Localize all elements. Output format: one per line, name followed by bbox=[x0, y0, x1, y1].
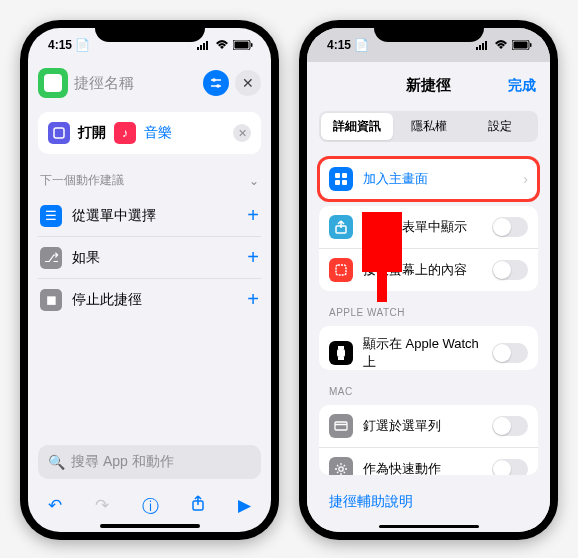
toggle-share-sheet[interactable] bbox=[492, 217, 528, 237]
svg-rect-3 bbox=[206, 41, 208, 50]
toggle-watch[interactable] bbox=[492, 343, 528, 363]
suggestions-header: 下一個動作建議 bbox=[40, 172, 124, 189]
svg-rect-11 bbox=[54, 128, 64, 138]
battery-icon bbox=[512, 40, 532, 50]
svg-rect-1 bbox=[200, 45, 202, 50]
row-label: 加入主畫面 bbox=[363, 170, 428, 188]
svg-rect-21 bbox=[342, 173, 347, 178]
info-icon[interactable]: ⓘ bbox=[142, 495, 159, 518]
undo-icon[interactable]: ↶ bbox=[48, 495, 62, 518]
suggestion-label: 停止此捷徑 bbox=[72, 291, 142, 309]
row-label: 作為快速動作 bbox=[363, 460, 441, 475]
wifi-icon bbox=[494, 40, 508, 50]
add-icon[interactable]: + bbox=[247, 246, 259, 269]
editor-body: 打開 ♪ 音樂 ✕ 下一個動作建議 ⌄ ☰ 從選單中選擇 + ⎇ 如果 + ◼ bbox=[28, 104, 271, 437]
row-show-share-sheet[interactable]: 在分享表單中顯示 bbox=[319, 206, 538, 249]
group-add-homescreen: 加入主畫面 › bbox=[319, 158, 538, 200]
svg-rect-18 bbox=[514, 42, 528, 49]
svg-rect-2 bbox=[203, 43, 205, 50]
screen-left: 4:15 📄 捷徑名稱 ✕ 打開 ♪ bbox=[28, 28, 271, 532]
search-placeholder: 搜尋 App 和動作 bbox=[71, 453, 174, 471]
svg-rect-25 bbox=[336, 265, 346, 275]
onscreen-content-icon bbox=[329, 258, 353, 282]
svg-rect-5 bbox=[235, 42, 249, 49]
svg-rect-15 bbox=[482, 43, 484, 50]
toggle-onscreen[interactable] bbox=[492, 260, 528, 280]
toggle-menubar[interactable] bbox=[492, 416, 528, 436]
music-app-icon: ♪ bbox=[114, 122, 136, 144]
tab-privacy[interactable]: 隱私權 bbox=[393, 113, 465, 140]
suggestions-header-row[interactable]: 下一個動作建議 ⌄ bbox=[38, 168, 261, 195]
redo-icon: ↷ bbox=[95, 495, 109, 518]
clear-action-icon[interactable]: ✕ bbox=[233, 124, 251, 142]
stop-icon: ◼ bbox=[40, 289, 62, 311]
close-button[interactable]: ✕ bbox=[235, 70, 261, 96]
gear-icon bbox=[329, 457, 353, 475]
svg-rect-23 bbox=[342, 180, 347, 185]
section-header-mac: MAC bbox=[307, 376, 550, 399]
row-add-to-home[interactable]: 加入主畫面 › bbox=[319, 158, 538, 200]
segmented-control[interactable]: 詳細資訊 隱私權 設定 bbox=[319, 111, 538, 142]
search-icon: 🔍 bbox=[48, 454, 65, 470]
svg-rect-6 bbox=[251, 43, 253, 47]
status-doc-icon: 📄 bbox=[75, 38, 90, 52]
home-indicator bbox=[100, 524, 200, 528]
shortcut-icon[interactable] bbox=[38, 68, 68, 98]
open-app-action-icon bbox=[48, 122, 70, 144]
suggestion-item[interactable]: ◼ 停止此捷徑 + bbox=[38, 279, 261, 320]
svg-rect-28 bbox=[337, 349, 345, 357]
share-icon[interactable] bbox=[191, 495, 205, 518]
signal-icon bbox=[197, 40, 211, 50]
group-watch: 顯示在 Apple Watch 上 bbox=[319, 326, 538, 370]
svg-rect-30 bbox=[338, 357, 344, 360]
play-icon[interactable]: ▶ bbox=[238, 495, 251, 518]
phone-right: 4:15 📄 新捷徑 完成 詳細資訊 隱私權 設定 bbox=[299, 20, 558, 540]
row-label: 在分享表單中顯示 bbox=[363, 218, 467, 236]
notch bbox=[374, 20, 484, 42]
sliders-icon bbox=[209, 76, 223, 90]
row-show-on-watch[interactable]: 顯示在 Apple Watch 上 bbox=[319, 326, 538, 370]
toggle-quick-action[interactable] bbox=[492, 459, 528, 475]
help-link[interactable]: 捷徑輔助說明 bbox=[307, 481, 550, 523]
shortcut-title-input[interactable]: 捷徑名稱 bbox=[74, 74, 197, 93]
add-icon[interactable]: + bbox=[247, 204, 259, 227]
sheet-header: 新捷徑 完成 bbox=[307, 64, 550, 107]
suggestion-item[interactable]: ⎇ 如果 + bbox=[38, 237, 261, 279]
editor-bottom: 🔍 搜尋 App 和動作 bbox=[28, 437, 271, 487]
battery-icon bbox=[233, 40, 253, 50]
action-card-open-app[interactable]: 打開 ♪ 音樂 ✕ bbox=[38, 112, 261, 154]
chevron-right-icon: › bbox=[523, 171, 528, 187]
chevron-down-icon: ⌄ bbox=[249, 174, 259, 188]
svg-rect-29 bbox=[338, 346, 344, 349]
editor-header: 捷徑名稱 ✕ bbox=[28, 62, 271, 104]
row-receive-onscreen[interactable]: 接收螢幕上的內容 bbox=[319, 249, 538, 291]
suggestion-label: 如果 bbox=[72, 249, 100, 267]
wifi-icon bbox=[215, 40, 229, 50]
row-label: 釘選於選單列 bbox=[363, 417, 441, 435]
svg-rect-31 bbox=[335, 422, 347, 430]
status-time: 4:15 bbox=[48, 38, 72, 52]
action-open-label: 打開 bbox=[78, 124, 106, 142]
svg-point-10 bbox=[216, 84, 220, 88]
search-input[interactable]: 🔍 搜尋 App 和動作 bbox=[38, 445, 261, 479]
home-indicator bbox=[379, 525, 479, 528]
row-pin-menubar[interactable]: 釘選於選單列 bbox=[319, 405, 538, 448]
svg-rect-14 bbox=[479, 45, 481, 50]
svg-rect-20 bbox=[335, 173, 340, 178]
watch-icon bbox=[329, 341, 353, 365]
list-icon: ☰ bbox=[40, 205, 62, 227]
settings-button[interactable] bbox=[203, 70, 229, 96]
done-button[interactable]: 完成 bbox=[508, 77, 536, 95]
suggestion-item[interactable]: ☰ 從選單中選擇 + bbox=[38, 195, 261, 237]
notch bbox=[95, 20, 205, 42]
svg-rect-16 bbox=[485, 41, 487, 50]
row-quick-action[interactable]: 作為快速動作 bbox=[319, 448, 538, 475]
add-icon[interactable]: + bbox=[247, 288, 259, 311]
signal-icon bbox=[476, 40, 490, 50]
phone-left: 4:15 📄 捷徑名稱 ✕ 打開 ♪ bbox=[20, 20, 279, 540]
sheet-title: 新捷徑 bbox=[406, 76, 451, 95]
row-label: 顯示在 Apple Watch 上 bbox=[363, 335, 482, 370]
tab-settings[interactable]: 設定 bbox=[464, 113, 536, 140]
tab-details[interactable]: 詳細資訊 bbox=[321, 113, 393, 140]
share-sheet-icon bbox=[329, 215, 353, 239]
